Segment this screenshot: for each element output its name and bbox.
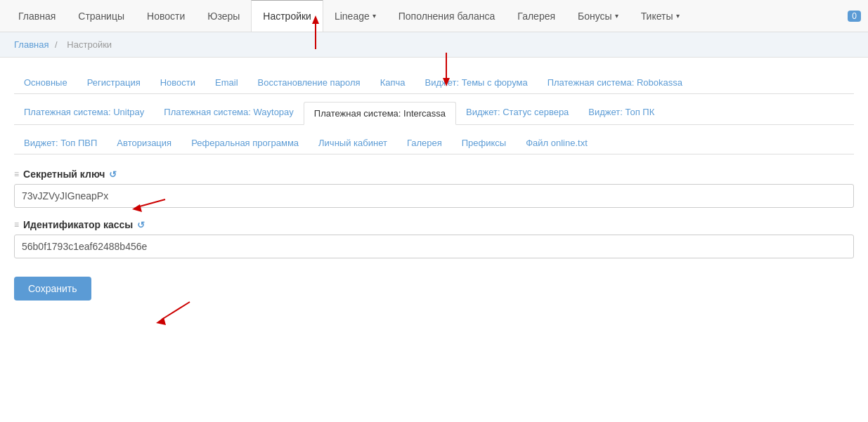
nav-news[interactable]: Новости (136, 1, 196, 32)
kassa-id-label: ≡ Идентификатор кассы ↺ (14, 219, 854, 230)
tab-osnovnye[interactable]: Основные (14, 72, 77, 93)
nav-badge: 0 (848, 11, 861, 22)
settings-form: ≡ Секретный ключ ↺ ≡ Идентификатор кассы… (14, 169, 854, 301)
breadcrumb: Главная / Настройки (0, 32, 868, 58)
nav-home[interactable]: Главная (7, 1, 67, 32)
drag-icon-secret-key: ≡ (14, 169, 19, 179)
field-group-secret-key: ≡ Секретный ключ ↺ (14, 169, 854, 208)
tab-news[interactable]: Новости (150, 72, 205, 93)
tickets-dropdown-arrow: ▾ (676, 12, 680, 20)
bonuses-dropdown-arrow: ▾ (615, 12, 618, 20)
tab-top-pvp[interactable]: Виджет: Топ ПВП (14, 132, 107, 154)
refresh-icon-kassa-id[interactable]: ↺ (137, 220, 145, 230)
tab-online-file[interactable]: Файл online.txt (516, 132, 597, 154)
nav-right: 0 (845, 11, 861, 22)
secret-key-label: ≡ Секретный ключ ↺ (14, 169, 854, 180)
tab-top-pc[interactable]: Виджет: Топ ПК (578, 101, 664, 124)
tab-waytopay[interactable]: Платежная система: Waytopay (154, 101, 304, 124)
tab-registration[interactable]: Регистрация (77, 72, 150, 93)
tab-forum-themes[interactable]: Виджет: Темы с форума (415, 72, 538, 93)
top-navigation: Главная Страницы Новости Юзеры Настройки… (0, 0, 868, 32)
tab-personal-cabinet[interactable]: Личный кабинет (309, 132, 397, 154)
nav-lineage[interactable]: Lineage ▾ (323, 1, 387, 32)
kassa-id-input[interactable] (14, 235, 854, 258)
nav-gallery[interactable]: Галерея (506, 1, 566, 32)
save-button[interactable]: Сохранить (14, 277, 91, 301)
nav-tickets[interactable]: Тикеты ▾ (630, 1, 691, 32)
breadcrumb-current: Настройки (67, 39, 112, 50)
tab-referral[interactable]: Реферальная программа (181, 132, 309, 154)
tab-password-recovery[interactable]: Восстановление пароля (248, 72, 370, 93)
drag-icon-kassa-id: ≡ (14, 220, 19, 230)
lineage-dropdown-arrow: ▾ (373, 12, 376, 20)
kassa-id-label-text: Идентификатор кассы (23, 219, 133, 230)
nav-pages[interactable]: Страницы (67, 1, 136, 32)
subtabs-row1: Основные Регистрация Новости Email Восст… (14, 72, 854, 94)
tab-gallery[interactable]: Галерея (397, 132, 452, 154)
subtabs-row2: Платежная система: Unitpay Платежная сис… (14, 101, 854, 125)
breadcrumb-separator: / (55, 39, 58, 50)
tab-robokassa[interactable]: Платежная система: Robokassa (538, 72, 692, 93)
refresh-icon-secret-key[interactable]: ↺ (109, 169, 117, 180)
nav-users[interactable]: Юзеры (196, 1, 251, 32)
content-area: Основные Регистрация Новости Email Восст… (0, 58, 868, 315)
nav-settings[interactable]: Настройки (251, 0, 323, 32)
subtabs-row3: Виджет: Топ ПВП Авторизация Реферальная … (14, 132, 854, 154)
tab-auth[interactable]: Авторизация (107, 132, 181, 154)
tab-captcha[interactable]: Капча (370, 72, 415, 93)
tab-intercassa[interactable]: Платежная система: Intercassa (304, 102, 456, 125)
tab-email[interactable]: Email (205, 72, 248, 93)
tab-server-status[interactable]: Виджет: Статус сервера (456, 101, 578, 124)
field-group-kassa-id: ≡ Идентификатор кассы ↺ (14, 219, 854, 258)
nav-bonuses[interactable]: Бонусы ▾ (566, 1, 630, 32)
tab-prefixes[interactable]: Префиксы (452, 132, 516, 154)
tab-unitpay[interactable]: Платежная система: Unitpay (14, 101, 154, 124)
breadcrumb-home[interactable]: Главная (14, 39, 48, 50)
secret-key-label-text: Секретный ключ (23, 169, 105, 180)
nav-balance[interactable]: Пополнения баланса (387, 1, 507, 32)
secret-key-input[interactable] (14, 184, 854, 208)
